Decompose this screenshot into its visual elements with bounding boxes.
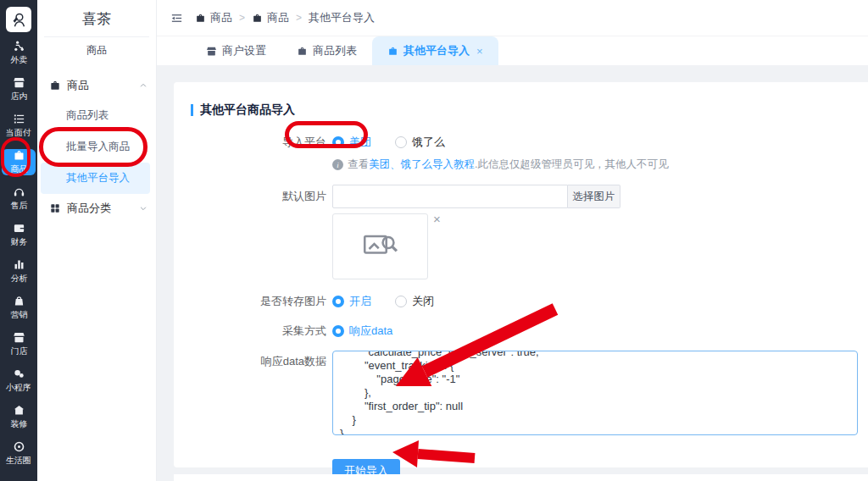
sidebar-item-label: 小程序: [6, 382, 31, 393]
row-collect-method: 采集方式 响应data: [191, 323, 868, 339]
sidebar-item-label: 外卖: [10, 54, 27, 65]
menu-item-batch-import[interactable]: 批量导入商品: [37, 131, 156, 163]
import-form-card: 其他平台商品导入 导入平台 美团 饿了么 i 查看: [174, 82, 868, 467]
sidebar-item-finance[interactable]: 财务: [2, 222, 36, 248]
image-placeholder-icon: [363, 232, 398, 261]
field-label: 导入平台: [191, 135, 326, 150]
tutorial-link[interactable]: 美团、饿了么导入教程: [369, 158, 475, 172]
radio-eleme[interactable]: 饿了么: [395, 135, 445, 150]
radio-transfer-off[interactable]: 关闭: [395, 294, 434, 309]
sidebar-item-analytics[interactable]: 分析: [2, 258, 36, 285]
radio-selected-icon[interactable]: [332, 296, 344, 307]
menu-item-other-platform-import[interactable]: 其他平台导入: [41, 163, 150, 194]
decorate-icon: [13, 404, 25, 417]
marketing-icon: [13, 295, 25, 307]
sidebar-item-label: 店内: [10, 91, 27, 102]
sidebar-item-marketing[interactable]: 营销: [2, 295, 36, 321]
sidebar-item-label: 装修: [10, 418, 27, 429]
breadcrumb-separator: >: [239, 12, 245, 24]
brand-logo[interactable]: [6, 7, 31, 32]
bag-icon: [13, 149, 25, 162]
grid-icon: [49, 202, 61, 214]
sidebar-item-facepay[interactable]: 当面付: [2, 113, 36, 139]
bag-icon: [387, 46, 398, 57]
radio-selected-icon[interactable]: [332, 325, 344, 337]
logo-person-icon: [9, 10, 28, 29]
response-data-textarea[interactable]: "calculate_price_from_server": true, "ev…: [333, 351, 857, 435]
chevron-up-icon: [139, 81, 147, 90]
bag-icon: [252, 13, 263, 24]
breadcrumb-item[interactable]: 商品: [252, 10, 289, 25]
row-response-data: 响应data数据 "calculate_price_from_server": …: [191, 351, 868, 435]
title-accent-bar: [191, 104, 193, 116]
brand-subtitle: 商品: [37, 43, 156, 58]
tab-product-list[interactable]: 商品列表: [281, 36, 372, 65]
menu-group-category[interactable]: 商品分类: [37, 194, 156, 223]
sidebar-item-label: 售后: [10, 200, 27, 211]
secondary-sidebar: 喜茶 商品 商品 商品列表 批量导入商品 其他平台导入 商品分类: [37, 0, 157, 481]
headset-icon: [13, 185, 25, 198]
breadcrumb-item[interactable]: 商品: [195, 10, 232, 25]
radio-meituan[interactable]: 美团: [332, 135, 371, 150]
choose-image-button[interactable]: 选择图片: [568, 185, 620, 208]
tab-other-platform-import[interactable]: 其他平台导入 ×: [372, 36, 498, 65]
chart-icon: [13, 258, 25, 271]
sidebar-item-label: 商品: [10, 163, 27, 174]
radio-unselected-icon[interactable]: [395, 136, 407, 148]
tab-close-icon[interactable]: ×: [476, 45, 483, 58]
bag-icon: [195, 13, 206, 24]
bag-icon: [297, 46, 308, 57]
menu-group-label: 商品: [67, 78, 89, 93]
sidebar-item-product[interactable]: 商品: [2, 149, 36, 175]
section-title: 其他平台商品导入: [191, 102, 868, 118]
image-preview-box[interactable]: [332, 213, 428, 279]
life-icon: [13, 440, 25, 453]
tab-merchant-settings[interactable]: 商户设置: [191, 36, 281, 65]
menu-group-label: 商品分类: [67, 201, 111, 216]
radio-selected-icon[interactable]: [332, 136, 344, 148]
miniprogram-icon: [13, 368, 25, 380]
finance-icon: [13, 222, 25, 235]
bag-icon: [49, 80, 61, 91]
sidebar-menu: 商品 商品列表 批量导入商品 其他平台导入 商品分类: [37, 71, 156, 223]
list-icon: [13, 113, 25, 125]
sidebar-item-life-circle[interactable]: 生活圈: [2, 440, 36, 467]
image-preview: ×: [332, 213, 868, 279]
field-label: 响应data数据: [191, 351, 326, 369]
sidebar-item-label: 财务: [10, 236, 27, 247]
remove-image-icon[interactable]: ×: [433, 213, 441, 225]
help-text: i 查看 美团、饿了么导入教程 .此信息仅超级管理员可见，其他人不可见: [332, 158, 868, 172]
store-icon: [13, 76, 25, 89]
breadcrumb-separator: >: [296, 12, 302, 24]
sidebar-item-shop[interactable]: 门店: [2, 331, 36, 357]
sidebar-item-decorate[interactable]: 装修: [2, 404, 36, 430]
menu-item-product-list[interactable]: 商品列表: [37, 100, 156, 131]
field-label: 是否转存图片: [191, 294, 326, 309]
row-transfer-image: 是否转存图片 开启 关闭: [191, 294, 868, 309]
breadcrumb: 商品 > 商品 > 其他平台导入: [157, 0, 868, 36]
sidebar-item-label: 分析: [10, 273, 27, 284]
breadcrumb-item-current: 其他平台导入: [309, 10, 375, 25]
radio-unselected-icon[interactable]: [395, 296, 407, 307]
response-data-textarea-frame: "calculate_price_from_server": true, "ev…: [332, 351, 858, 435]
field-label: 默认图片: [191, 189, 326, 204]
row-default-image: 默认图片 选择图片: [191, 185, 868, 208]
field-label: 采集方式: [191, 323, 326, 339]
sidebar-item-delivery[interactable]: 外卖: [2, 40, 36, 66]
divider: [44, 36, 149, 37]
chevron-down-icon: [139, 204, 147, 213]
page-content: 其他平台商品导入 导入平台 美团 饿了么 i 查看: [157, 65, 868, 481]
next-section-card: [174, 474, 868, 481]
sidebar-item-label: 门店: [10, 346, 27, 357]
sidebar-item-label: 当面付: [6, 127, 31, 138]
info-icon: i: [332, 159, 343, 170]
default-image-input[interactable]: [332, 185, 568, 208]
sidebar-item-miniprogram[interactable]: 小程序: [2, 368, 36, 394]
menu-group-product[interactable]: 商品: [37, 71, 156, 100]
brand-name: 喜茶: [37, 0, 156, 29]
radio-transfer-on[interactable]: 开启: [332, 294, 371, 309]
sidebar-item-aftersale[interactable]: 售后: [2, 185, 36, 212]
sidebar-item-instore[interactable]: 店内: [2, 76, 36, 102]
radio-response-data[interactable]: 响应data: [332, 323, 392, 339]
menu-fold-icon[interactable]: [170, 12, 183, 25]
